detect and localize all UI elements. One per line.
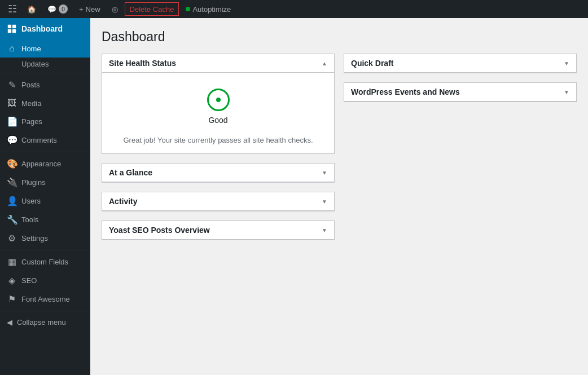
sidebar-item-font-awesome[interactable]: ⚑ Font Awesome — [0, 290, 90, 308]
wp-events-header[interactable]: WordPress Events and News ▼ — [344, 83, 576, 102]
activity-title: Activity — [109, 197, 138, 206]
page-title: Dashboard — [102, 29, 577, 45]
sidebar-pages-label: Pages — [21, 117, 42, 126]
sidebar-item-plugins[interactable]: 🔌 Plugins — [0, 173, 90, 192]
media-icon: 🖼 — [7, 98, 17, 108]
yoast-seo-widget: Yoast SEO Posts Overview ▼ — [102, 220, 335, 240]
wp-events-widget: WordPress Events and News ▼ — [344, 82, 577, 102]
sidebar-item-posts[interactable]: ✎ Posts — [0, 76, 90, 94]
health-status-text: Good — [208, 116, 227, 125]
site-health-header[interactable]: Site Health Status ▲ — [102, 54, 334, 73]
sidebar-posts-label: Posts — [21, 81, 40, 89]
sidebar-seo-label: SEO — [21, 276, 37, 285]
sidebar-tools-label: Tools — [21, 215, 38, 224]
wp-logo-icon[interactable]: ☷ — [5, 3, 20, 15]
health-description: Great job! Your site currently passes al… — [109, 136, 327, 144]
sidebar-divider-1 — [0, 73, 90, 73]
activity-header[interactable]: Activity ▼ — [102, 192, 334, 211]
sidebar-item-appearance[interactable]: 🎨 Appearance — [0, 155, 90, 173]
sidebar-comments-label: Comments — [21, 136, 57, 144]
yoast-seo-title: Yoast SEO Posts Overview — [109, 226, 210, 235]
comments-sidebar-icon: 💬 — [7, 135, 17, 145]
new-label: New — [86, 5, 100, 14]
sidebar-item-comments[interactable]: 💬 Comments — [0, 131, 90, 149]
delete-cache-button[interactable]: Delete Cache — [125, 2, 179, 16]
sidebar-dashboard-brand[interactable]: Dashboard — [0, 18, 90, 39]
sidebar-divider-2 — [0, 152, 90, 152]
right-column: Quick Draft ▼ WordPress Events and News … — [344, 54, 577, 240]
sidebar-users-label: Users — [21, 197, 41, 205]
sidebar-item-seo[interactable]: ◈ SEO — [0, 271, 90, 290]
site-name-link[interactable]: 🏠 — [23, 0, 41, 18]
at-a-glance-title: At a Glance — [109, 168, 152, 177]
sidebar-item-updates[interactable]: Updates — [0, 58, 90, 70]
font-awesome-icon: ⚑ — [7, 294, 17, 305]
quick-draft-widget: Quick Draft ▼ — [344, 54, 577, 73]
autoptimize-label: Autoptimize — [192, 5, 231, 14]
admin-bar: ☷ 🏠 💬 0 + New ◎ Delete Cache Autoptimize — [0, 0, 588, 18]
at-a-glance-header[interactable]: At a Glance ▼ — [102, 164, 334, 182]
quick-draft-header[interactable]: Quick Draft ▼ — [344, 54, 576, 73]
settings-icon: ⚙ — [7, 233, 17, 244]
sidebar-media-label: Media — [21, 99, 41, 108]
custom-fields-icon: ▦ — [7, 257, 17, 267]
activity-widget: Activity ▼ — [102, 192, 335, 211]
svg-rect-2 — [8, 29, 11, 33]
yoast-icon[interactable]: ◎ — [107, 0, 122, 18]
health-circle — [207, 89, 230, 111]
site-health-widget: Site Health Status ▲ Good Great job! You… — [102, 54, 335, 154]
activity-toggle-icon: ▼ — [322, 198, 327, 205]
tools-icon: 🔧 — [7, 214, 17, 225]
dashboard-grid: Site Health Status ▲ Good Great job! You… — [102, 54, 577, 240]
sidebar-settings-label: Settings — [21, 234, 48, 242]
dashboard-brand-icon — [7, 24, 17, 34]
home-icon: 🏠 — [27, 5, 36, 14]
sidebar-updates-label: Updates — [21, 60, 49, 68]
autoptimize-link[interactable]: Autoptimize — [181, 5, 235, 14]
sidebar-dashboard-label: Dashboard — [21, 24, 63, 33]
svg-rect-0 — [8, 25, 11, 28]
wp-events-title: WordPress Events and News — [351, 87, 460, 96]
yoast-seo-header[interactable]: Yoast SEO Posts Overview ▼ — [102, 221, 334, 240]
users-icon: 👤 — [7, 196, 17, 206]
wp-events-toggle-icon: ▼ — [564, 89, 569, 95]
svg-rect-3 — [12, 29, 16, 33]
collapse-label: Collapse menu — [17, 318, 66, 327]
sidebar-item-pages[interactable]: 📄 Pages — [0, 112, 90, 131]
svg-rect-1 — [12, 25, 16, 28]
sidebar-divider-3 — [0, 250, 90, 250]
sidebar-item-tools[interactable]: 🔧 Tools — [0, 210, 90, 229]
left-column: Site Health Status ▲ Good Great job! You… — [102, 54, 335, 240]
sidebar-item-users[interactable]: 👤 Users — [0, 192, 90, 210]
plugins-icon: 🔌 — [7, 177, 17, 188]
sidebar-item-settings[interactable]: ⚙ Settings — [0, 229, 90, 248]
collapse-menu-button[interactable]: ◀ Collapse menu — [0, 314, 90, 331]
appearance-icon: 🎨 — [7, 158, 17, 169]
comment-icon: 💬 — [47, 5, 56, 14]
new-content-link[interactable]: + New — [74, 0, 105, 18]
sidebar-appearance-label: Appearance — [21, 160, 61, 168]
sidebar-divider-4 — [0, 311, 90, 311]
sidebar-font-awesome-label: Font Awesome — [21, 295, 70, 303]
site-health-body: Good Great job! Your site currently pass… — [102, 73, 334, 153]
plus-icon: + — [79, 5, 84, 14]
comment-count: 0 — [59, 5, 68, 14]
collapse-icon: ◀ — [7, 318, 12, 327]
site-health-toggle-icon: ▲ — [322, 60, 327, 67]
quick-draft-title: Quick Draft — [351, 59, 393, 68]
sidebar-item-custom-fields[interactable]: ▦ Custom Fields — [0, 253, 90, 271]
sidebar-custom-fields-label: Custom Fields — [21, 258, 68, 266]
at-a-glance-toggle-icon: ▼ — [322, 170, 327, 176]
autoptimize-status-icon — [186, 7, 190, 11]
health-good-container: Good — [109, 82, 327, 136]
comments-link[interactable]: 💬 0 — [43, 0, 72, 18]
wp-layout: Dashboard ⌂ Home Updates ✎ Posts 🖼 Media… — [0, 18, 588, 375]
site-health-title: Site Health Status — [109, 59, 176, 68]
health-circle-dot — [216, 98, 221, 102]
sidebar-item-media[interactable]: 🖼 Media — [0, 94, 90, 112]
yoast-seo-toggle-icon: ▼ — [322, 227, 327, 233]
posts-icon: ✎ — [7, 80, 17, 90]
sidebar-item-home[interactable]: ⌂ Home — [0, 39, 90, 58]
admin-sidebar: Dashboard ⌂ Home Updates ✎ Posts 🖼 Media… — [0, 18, 90, 375]
pages-icon: 📄 — [7, 116, 17, 127]
